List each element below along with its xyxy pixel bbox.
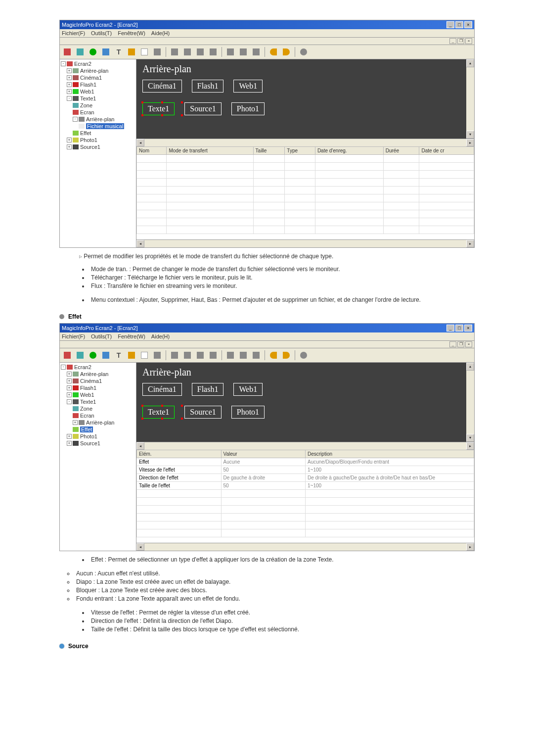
tree-item[interactable]: +Web1 — [61, 391, 135, 398]
horizontal-scrollbar[interactable]: ◂ ▸ — [136, 543, 474, 551]
canvas-box[interactable]: Web1 — [233, 383, 263, 396]
cell-val[interactable]: 50 — [221, 482, 306, 490]
menu-file[interactable]: Fichier(F) — [62, 30, 85, 36]
scroll-right-icon[interactable]: ▸ — [466, 543, 474, 551]
minimize-button[interactable]: _ — [446, 21, 454, 28]
tool-icon[interactable] — [152, 47, 163, 57]
scroll-up-icon[interactable]: ▴ — [466, 59, 474, 67]
tree-item[interactable]: -Texte1 — [61, 398, 135, 405]
menu-file[interactable]: Fichier(F) — [62, 333, 85, 339]
tool-icon[interactable] — [169, 47, 180, 57]
tree-item[interactable]: +Flash1 — [61, 81, 135, 88]
col-type[interactable]: Type — [285, 147, 315, 155]
menu-tools[interactable]: Outils(T) — [91, 30, 112, 36]
tool-icon[interactable] — [298, 350, 309, 361]
expand-icon[interactable]: + — [67, 385, 72, 390]
canvas[interactable]: Arrière-plan Cinéma1 Flash1 Web1 Texte1 … — [136, 363, 466, 442]
mdi-close[interactable]: × — [465, 38, 472, 44]
tool-icon[interactable] — [139, 350, 150, 361]
tool-icon[interactable] — [75, 350, 86, 361]
table-row[interactable] — [137, 521, 474, 529]
scroll-right-icon[interactable]: ▸ — [466, 240, 474, 247]
tree-item[interactable]: -Texte1 — [61, 95, 135, 102]
tool-icon[interactable] — [88, 47, 98, 57]
col-elem[interactable]: Elém. — [137, 450, 222, 458]
tree-item[interactable]: +Photo1 — [61, 433, 135, 440]
canvas-box[interactable]: Photo1 — [231, 406, 265, 419]
expand-icon[interactable]: + — [67, 82, 72, 87]
tool-icon[interactable] — [88, 350, 98, 361]
horizontal-scrollbar[interactable]: ◂ ▸ — [136, 139, 474, 146]
tool-icon[interactable] — [182, 350, 193, 361]
undo-icon[interactable] — [268, 350, 279, 361]
expand-icon[interactable]: + — [67, 372, 72, 377]
col-valeur[interactable]: Valeur — [221, 450, 306, 458]
tool-icon[interactable] — [238, 47, 249, 57]
tool-icon[interactable] — [100, 47, 111, 57]
text-tool-icon[interactable]: T — [113, 350, 124, 361]
tool-icon[interactable] — [238, 350, 249, 361]
menu-tools[interactable]: Outils(T) — [91, 333, 112, 339]
table-row[interactable] — [137, 194, 474, 202]
table-row[interactable] — [137, 218, 474, 226]
collapse-icon[interactable]: - — [67, 399, 72, 404]
scroll-down-icon[interactable]: ▾ — [466, 131, 474, 139]
tree-item[interactable]: Zone — [61, 405, 135, 412]
expand-icon[interactable]: + — [67, 144, 72, 149]
mdi-minimize[interactable]: _ — [449, 38, 456, 44]
tree-item[interactable]: +Arrière-plan — [61, 67, 135, 74]
canvas-box[interactable]: Cinéma1 — [142, 383, 182, 396]
tool-icon[interactable] — [126, 47, 137, 57]
tool-icon[interactable] — [251, 350, 262, 361]
collapse-icon[interactable]: - — [67, 96, 72, 101]
tree-item-selected[interactable]: Effet — [61, 426, 135, 433]
table-row[interactable]: Direction de l'effet De gauche à droite … — [137, 474, 474, 482]
table-row[interactable]: Taille de l'effet 50 1~100 — [137, 482, 474, 490]
expand-icon[interactable]: + — [67, 75, 72, 80]
collapse-icon[interactable]: - — [61, 365, 66, 370]
table-row[interactable] — [137, 155, 474, 163]
table-row[interactable]: Effet Aucune Aucune/Diapo/Bloquer/Fondu … — [137, 458, 474, 466]
scroll-left-icon[interactable]: ◂ — [136, 442, 144, 450]
tool-icon[interactable] — [62, 47, 73, 57]
tool-icon[interactable] — [169, 350, 180, 361]
table-row[interactable] — [137, 226, 474, 234]
canvas-box[interactable]: Flash1 — [192, 383, 224, 396]
table-row[interactable] — [137, 490, 474, 498]
undo-icon[interactable] — [268, 47, 279, 57]
table-row[interactable] — [137, 202, 474, 210]
redo-icon[interactable] — [281, 350, 292, 361]
canvas-box[interactable]: Photo1 — [231, 102, 265, 115]
table-row[interactable]: Vitesse de l'effet 50 1~100 — [137, 466, 474, 474]
tree-item-selected[interactable]: Fichier musical — [61, 123, 135, 130]
canvas-box[interactable]: Source1 — [184, 102, 221, 115]
expand-icon[interactable]: + — [67, 68, 72, 73]
tree-root[interactable]: -Ecran2 — [61, 364, 135, 371]
close-button[interactable]: × — [464, 21, 472, 28]
col-mode[interactable]: Mode de transfert — [167, 147, 253, 155]
tree-item[interactable]: +Source1 — [61, 143, 135, 150]
scroll-right-icon[interactable]: ▸ — [466, 139, 474, 146]
tree-item[interactable]: +Cinéma1 — [61, 74, 135, 81]
scroll-left-icon[interactable]: ◂ — [136, 240, 144, 247]
expand-icon[interactable]: + — [67, 138, 72, 142]
tree-item[interactable]: +Web1 — [61, 88, 135, 95]
expand-icon[interactable]: + — [67, 392, 72, 397]
menu-help[interactable]: Aide(H) — [151, 30, 170, 36]
tool-icon[interactable] — [251, 47, 262, 57]
col-date[interactable]: Date d'enreg. — [315, 147, 383, 155]
canvas-box[interactable]: Flash1 — [192, 80, 224, 93]
scroll-up-icon[interactable]: ▴ — [466, 363, 474, 371]
vertical-scrollbar[interactable]: ▴ ▾ — [466, 59, 474, 139]
tool-icon[interactable] — [225, 47, 236, 57]
tool-icon[interactable] — [298, 47, 309, 57]
tool-icon[interactable] — [152, 350, 163, 361]
expand-icon[interactable]: + — [73, 420, 78, 425]
table-row[interactable] — [137, 529, 474, 537]
collapse-icon[interactable]: - — [73, 117, 78, 122]
table-row[interactable] — [137, 187, 474, 194]
tool-icon[interactable] — [195, 47, 206, 57]
scroll-down-icon[interactable]: ▾ — [466, 434, 474, 442]
col-nom[interactable]: Nom — [137, 147, 167, 155]
canvas-box-selected[interactable]: Texte1 — [142, 102, 175, 115]
